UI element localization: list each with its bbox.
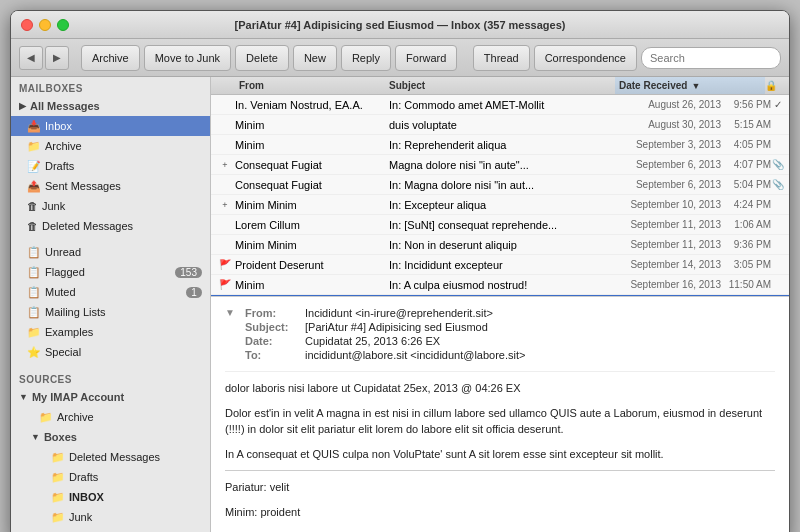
preview-header: ▼ From: Incididunt <in-irure@reprehender…: [225, 307, 775, 372]
table-row[interactable]: 🚩 Minim In: A culpa eiusmod nostrud! Sep…: [211, 275, 789, 295]
preview-expand-icon: ▼: [225, 307, 245, 318]
close-button[interactable]: [21, 19, 33, 31]
from-cell: Consequat Fugiat: [235, 179, 385, 191]
date-label: Date:: [245, 335, 305, 347]
src-junk-label: Junk: [69, 511, 92, 523]
from-cell: Minim: [235, 139, 385, 151]
preview-body: dolor laboris nisi labore ut Cupidatat 2…: [225, 380, 775, 532]
date-cell: September 11, 2013: [591, 239, 721, 250]
sidebar-item-src-drafts[interactable]: 📁 Drafts: [11, 467, 210, 487]
date-cell: August 30, 2013: [591, 119, 721, 130]
table-row[interactable]: Consequat Fugiat In: Magna dolore nisi "…: [211, 175, 789, 195]
sidebar-item-unread[interactable]: 📋 Unread: [11, 242, 210, 262]
sidebar-item-src-deleted[interactable]: 📁 Deleted Messages: [11, 447, 210, 467]
sidebar-item-archive[interactable]: 📁 Archive: [11, 136, 210, 156]
from-cell: Proident Deserunt: [235, 259, 385, 271]
sidebar-item-special[interactable]: ⭐ Special: [11, 342, 210, 362]
window-title: [PariAtur #4] Adipisicing sed Eiusmod — …: [235, 19, 566, 31]
table-row[interactable]: Minim In: Reprehenderit aliqua September…: [211, 135, 789, 155]
sidebar-item-sent[interactable]: 📤 Sent Messages: [11, 176, 210, 196]
flag-cell: 🚩: [215, 259, 235, 270]
sidebar-item-src-junk[interactable]: 📁 Junk: [11, 507, 210, 527]
mailboxes-header: MAILBOXES: [11, 77, 210, 96]
table-row[interactable]: Minim duis voluptate August 30, 2013 5:1…: [211, 115, 789, 135]
muted-icon: 📋: [27, 286, 41, 299]
preview-body-p2: In A consequat et QUIS culpa non VoluPta…: [225, 446, 775, 463]
from-cell: Lorem Cillum: [235, 219, 385, 231]
sidebar-item-my-imap[interactable]: ▼ My IMAP Account: [11, 387, 210, 407]
archive-button[interactable]: Archive: [81, 45, 140, 71]
thread-button[interactable]: Thread: [473, 45, 530, 71]
delete-button[interactable]: Delete: [235, 45, 289, 71]
back-button[interactable]: ◀: [19, 46, 43, 70]
flagged-label: Flagged: [45, 266, 85, 278]
sidebar-item-src-inbox[interactable]: 📁 INBOX: [11, 487, 210, 507]
sort-indicator: ▼: [691, 81, 700, 91]
table-row[interactable]: + Consequat Fugiat Magna dolore nisi "in…: [211, 155, 789, 175]
table-row[interactable]: 🚩 Proident Deserunt In: Incididunt excep…: [211, 255, 789, 275]
date-cell: September 16, 2013: [591, 279, 721, 290]
drafts-label: Drafts: [45, 160, 74, 172]
date-cell: September 14, 2013: [591, 259, 721, 270]
col-from-header[interactable]: From: [235, 80, 385, 91]
date-cell: September 10, 2013: [591, 199, 721, 210]
flagged-badge: 153: [175, 267, 202, 278]
minimize-button[interactable]: [39, 19, 51, 31]
new-button[interactable]: New: [293, 45, 337, 71]
my-imap-label: My IMAP Account: [32, 391, 124, 403]
sent-icon: 📤: [27, 180, 41, 193]
from-cell: Minim: [235, 279, 385, 291]
sidebar-item-flagged[interactable]: 📋 Flagged 153: [11, 262, 210, 282]
subject-cell: In: [SuNt] consequat reprehende...: [385, 219, 591, 231]
sidebar-item-examples[interactable]: 📁 Examples: [11, 322, 210, 342]
time-cell: 4:24 PM: [721, 199, 771, 210]
correspondence-button[interactable]: Correspondence: [534, 45, 637, 71]
sidebar-item-src-boxes[interactable]: ▼ Boxes: [11, 427, 210, 447]
to-label: To:: [245, 349, 305, 361]
preview-to-line: To: incididunt@labore.sit <incididunt@la…: [245, 349, 775, 361]
inbox-icon: 📥: [27, 120, 41, 133]
message-list[interactable]: From Subject Date Received ▼ 🔒 In. Venia…: [211, 77, 789, 297]
all-messages-label: All Messages: [30, 100, 100, 112]
move-to-junk-button[interactable]: Move to Junk: [144, 45, 231, 71]
table-row[interactable]: Minim Minim In: Non in deserunt aliquip …: [211, 235, 789, 255]
traffic-lights: [21, 19, 69, 31]
src-junk-icon: 📁: [51, 511, 65, 524]
sidebar-item-drafts[interactable]: 📝 Drafts: [11, 156, 210, 176]
preview-from: Incididunt <in-irure@reprehenderit.sit>: [305, 307, 775, 319]
maximize-button[interactable]: [57, 19, 69, 31]
table-row[interactable]: + Minim Minim In: Excepteur aliqua Septe…: [211, 195, 789, 215]
mailing-lists-label: Mailing Lists: [45, 306, 106, 318]
src-archive-label: Archive: [57, 411, 94, 423]
sidebar-group-all-messages[interactable]: ▶ All Messages: [11, 96, 210, 116]
reply-button[interactable]: Reply: [341, 45, 391, 71]
forward-button[interactable]: ▶: [45, 46, 69, 70]
preview-date-line: Date: Cupidatat 25, 2013 6:26 EX: [245, 335, 775, 347]
col-attach-header: 🔒: [765, 80, 785, 91]
sent-label: Sent Messages: [45, 180, 121, 192]
triangle-icon: ▶: [19, 101, 26, 111]
col-subject-header[interactable]: Subject: [385, 80, 615, 91]
sidebar-item-src-archive[interactable]: 📁 Archive: [11, 407, 210, 427]
special-label: Special: [45, 346, 81, 358]
sidebar-item-src-notes[interactable]: 📁 Notes: [11, 527, 210, 532]
muted-label: Muted: [45, 286, 76, 298]
special-icon: ⭐: [27, 346, 41, 359]
sidebar-item-junk[interactable]: 🗑 Junk: [11, 196, 210, 216]
sidebar-item-inbox[interactable]: 📥 Inbox: [11, 116, 210, 136]
table-row[interactable]: In. Veniam Nostrud, EA.A. In: Commodo am…: [211, 95, 789, 115]
inbox-label: Inbox: [45, 120, 72, 132]
sidebar-item-muted[interactable]: 📋 Muted 1: [11, 282, 210, 302]
flagged-icon: 📋: [27, 266, 41, 279]
preview-body-intro: dolor laboris nisi labore ut Cupidatat 2…: [225, 380, 775, 397]
from-cell: Minim: [235, 119, 385, 131]
src-archive-icon: 📁: [39, 411, 53, 424]
search-input[interactable]: [641, 47, 781, 69]
preview-body-footer3: Quis consectetur • Laborum: [225, 528, 775, 532]
sidebar-item-mailing-lists[interactable]: 📋 Mailing Lists: [11, 302, 210, 322]
forward-button[interactable]: Forward: [395, 45, 457, 71]
col-date-header[interactable]: Date Received ▼: [615, 77, 765, 94]
sidebar-item-deleted[interactable]: 🗑 Deleted Messages: [11, 216, 210, 236]
subject-cell: duis voluptate: [385, 119, 591, 131]
table-row[interactable]: Lorem Cillum In: [SuNt] consequat repreh…: [211, 215, 789, 235]
